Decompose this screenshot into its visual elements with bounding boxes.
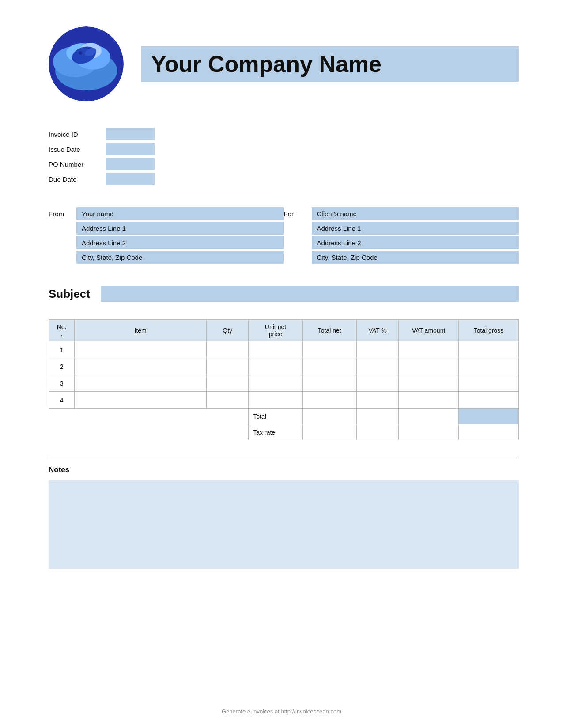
row1-total-gross[interactable]	[459, 341, 519, 358]
row4-vat[interactable]	[356, 392, 398, 409]
row4-item[interactable]	[75, 392, 207, 409]
total-label: Total	[249, 409, 302, 424]
company-name[interactable]: Your Company Name	[141, 46, 519, 82]
tax-rate-vat-amount[interactable]	[399, 424, 459, 440]
due-date-label: Due Date	[49, 176, 106, 183]
from-address2-field[interactable]: Address Line 2	[76, 236, 284, 249]
row2-total-gross[interactable]	[459, 358, 519, 375]
table-row: 1	[49, 341, 519, 358]
issue-date-field[interactable]	[106, 143, 155, 155]
company-logo	[49, 26, 124, 101]
total-vat-value[interactable]	[356, 409, 398, 424]
row1-item[interactable]	[75, 341, 207, 358]
po-number-row: PO Number	[49, 158, 519, 170]
row2-vat[interactable]	[356, 358, 398, 375]
row4-no[interactable]: 4	[49, 392, 75, 409]
col-header-item: Item	[75, 320, 207, 341]
row3-vat-amount[interactable]	[399, 375, 459, 392]
row4-vat-amount[interactable]	[399, 392, 459, 409]
row4-qty[interactable]	[207, 392, 249, 409]
from-for-section: From Your name Address Line 1 Address Li…	[49, 207, 519, 264]
total-net-value[interactable]	[302, 409, 356, 424]
tax-rate-row: Tax rate	[49, 424, 519, 440]
footer: Generate e-invoices at http://invoiceoce…	[0, 708, 563, 715]
col-header-qty: Qty	[207, 320, 249, 341]
row3-qty[interactable]	[207, 375, 249, 392]
tax-rate-label: Tax rate	[249, 424, 302, 440]
client-city-field[interactable]: City, State, Zip Code	[312, 251, 519, 264]
po-number-label: PO Number	[49, 161, 106, 168]
row3-total-gross[interactable]	[459, 375, 519, 392]
row1-qty[interactable]	[207, 341, 249, 358]
row3-no[interactable]: 3	[49, 375, 75, 392]
row1-vat[interactable]	[356, 341, 398, 358]
row3-total-net[interactable]	[302, 375, 356, 392]
row3-vat[interactable]	[356, 375, 398, 392]
row1-vat-amount[interactable]	[399, 341, 459, 358]
row2-qty[interactable]	[207, 358, 249, 375]
row2-no[interactable]: 2	[49, 358, 75, 375]
client-address1-field[interactable]: Address Line 1	[312, 222, 519, 235]
due-date-row: Due Date	[49, 173, 519, 185]
tax-rate-vat[interactable]	[356, 424, 398, 440]
client-address2-field[interactable]: Address Line 2	[312, 236, 519, 249]
col-header-no: No..	[49, 320, 75, 341]
from-label: From	[49, 207, 68, 218]
subject-field[interactable]	[101, 286, 519, 302]
table-row: 4	[49, 392, 519, 409]
col-header-vat: VAT %	[356, 320, 398, 341]
footer-text: Generate e-invoices at http://invoiceoce…	[222, 708, 341, 715]
col-header-unit-net-price: Unit netprice	[249, 320, 302, 341]
table-row: 2	[49, 358, 519, 375]
col-header-total-gross: Total gross	[459, 320, 519, 341]
row4-unit-net[interactable]	[249, 392, 302, 409]
tax-rate-net[interactable]	[302, 424, 356, 440]
notes-label: Notes	[49, 465, 519, 474]
for-block: For Client's name Address Line 1 Address…	[284, 207, 519, 264]
row3-item[interactable]	[75, 375, 207, 392]
row2-unit-net[interactable]	[249, 358, 302, 375]
total-gross-value[interactable]	[459, 409, 519, 424]
row2-item[interactable]	[75, 358, 207, 375]
tax-rate-gross[interactable]	[459, 424, 519, 440]
total-vat-amount-value[interactable]	[399, 409, 459, 424]
notes-field[interactable]	[49, 480, 519, 569]
row3-unit-net[interactable]	[249, 375, 302, 392]
row4-total-gross[interactable]	[459, 392, 519, 409]
from-city-field[interactable]: City, State, Zip Code	[76, 251, 284, 264]
header: Your Company Name	[49, 26, 519, 101]
po-number-field[interactable]	[106, 158, 155, 170]
due-date-field[interactable]	[106, 173, 155, 185]
from-address-fields: Your name Address Line 1 Address Line 2 …	[76, 207, 284, 264]
table-row: 3	[49, 375, 519, 392]
row1-unit-net[interactable]	[249, 341, 302, 358]
divider	[49, 458, 519, 458]
total-row: Total	[49, 409, 519, 424]
from-name-field[interactable]: Your name	[76, 207, 284, 220]
from-address1-field[interactable]: Address Line 1	[76, 222, 284, 235]
for-label: For	[284, 207, 304, 218]
issue-date-label: Issue Date	[49, 146, 106, 153]
invoice-table: No.. Item Qty Unit netprice Total net VA…	[49, 319, 519, 440]
invoice-page: Your Company Name Invoice ID Issue Date …	[0, 0, 563, 728]
row4-total-net[interactable]	[302, 392, 356, 409]
subject-label: Subject	[49, 287, 93, 301]
invoice-id-row: Invoice ID	[49, 128, 519, 140]
invoice-meta: Invoice ID Issue Date PO Number Due Date	[49, 128, 519, 185]
table-header-row: No.. Item Qty Unit netprice Total net VA…	[49, 320, 519, 341]
invoice-id-field[interactable]	[106, 128, 155, 140]
row2-vat-amount[interactable]	[399, 358, 459, 375]
svg-point-8	[79, 51, 82, 55]
row1-total-net[interactable]	[302, 341, 356, 358]
client-name-field[interactable]: Client's name	[312, 207, 519, 220]
col-header-total-net: Total net	[302, 320, 356, 341]
subject-row: Subject	[49, 286, 519, 302]
col-header-vat-amount: VAT amount	[399, 320, 459, 341]
for-address-fields: Client's name Address Line 1 Address Lin…	[312, 207, 519, 264]
from-block: From Your name Address Line 1 Address Li…	[49, 207, 284, 264]
issue-date-row: Issue Date	[49, 143, 519, 155]
row1-no[interactable]: 1	[49, 341, 75, 358]
invoice-id-label: Invoice ID	[49, 131, 106, 138]
row2-total-net[interactable]	[302, 358, 356, 375]
